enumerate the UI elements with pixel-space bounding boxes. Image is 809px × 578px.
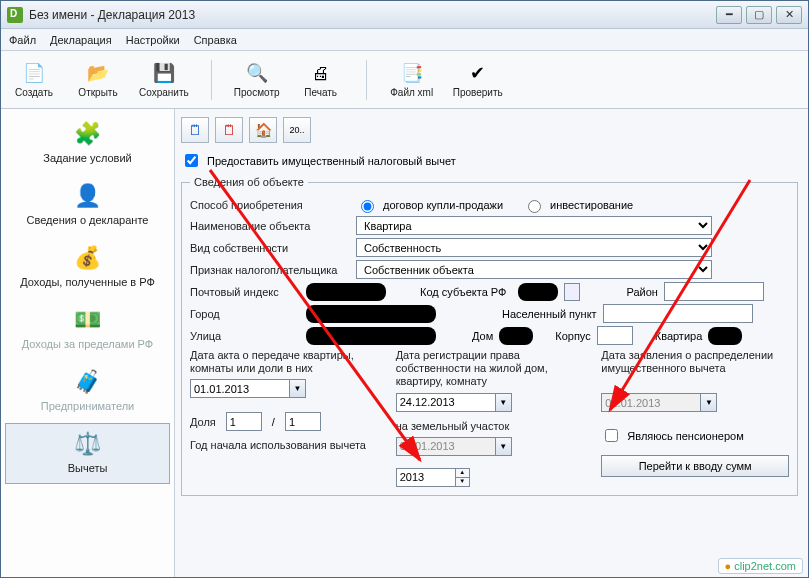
building-label: Корпус xyxy=(555,330,590,342)
radio-sale[interactable]: договор купли-продажи xyxy=(356,197,503,213)
section-title: Сведения об объекте xyxy=(190,176,308,188)
sub-toolbar: 🗒 🗒 🏠 20.. xyxy=(181,115,798,149)
menu-declaration[interactable]: Декларация xyxy=(50,34,112,46)
year-down[interactable]: ▼ xyxy=(456,478,469,486)
menubar: Файл Декларация Настройки Справка xyxy=(1,29,808,51)
date-appl-label: Дата заявления о распределении имуществе… xyxy=(601,349,789,375)
date-appl-picker: ▼ xyxy=(701,393,717,412)
radio-invest-label: инвестирование xyxy=(550,199,633,211)
date-land-input xyxy=(396,437,496,456)
year-label: Год начала использования вычета xyxy=(190,439,378,452)
subtool-home[interactable]: 🏠 xyxy=(249,117,277,143)
window-title: Без имени - Декларация 2013 xyxy=(29,8,195,22)
city-label: Город xyxy=(190,308,300,320)
briefcase-icon: 🧳 xyxy=(72,368,104,396)
locality-label: Населенный пункт xyxy=(502,308,597,320)
tool-create[interactable]: 📄 Создать xyxy=(11,61,57,98)
subject-label: Код субъекта РФ xyxy=(420,286,506,298)
subtool-2[interactable]: 🗒 xyxy=(215,117,243,143)
radio-invest[interactable]: инвестирование xyxy=(523,197,633,213)
tool-check-label: Проверить xyxy=(453,87,503,98)
share-label: Доля xyxy=(190,416,216,428)
object-info-section: Сведения об объекте Способ приобретения … xyxy=(181,176,798,496)
print-icon: 🖨 xyxy=(309,61,333,85)
ownership-select[interactable]: Собственность xyxy=(356,238,712,257)
tool-print-label: Печать xyxy=(304,87,337,98)
subtool-year[interactable]: 20.. xyxy=(283,117,311,143)
share-den-input[interactable] xyxy=(285,412,321,431)
taxpayer-select[interactable]: Собственник объекта xyxy=(356,260,712,279)
radio-sale-label: договор купли-продажи xyxy=(383,199,503,211)
coins-icon: 💰 xyxy=(72,244,104,272)
main-panel: 🗒 🗒 🏠 20.. Предоставить имущественный на… xyxy=(175,109,808,577)
date-reg-input[interactable] xyxy=(396,393,496,412)
district-input[interactable] xyxy=(664,282,764,301)
watermark: ● clip2net.com xyxy=(718,558,803,574)
radio-invest-input[interactable] xyxy=(528,200,541,213)
tool-save[interactable]: 💾 Сохранить xyxy=(139,61,189,98)
acquire-method-label: Способ приобретения xyxy=(190,199,350,211)
date-reg-label: Дата регистрации права собственности на … xyxy=(396,349,584,389)
toolbar-separator xyxy=(366,60,367,100)
city-redacted xyxy=(306,305,436,323)
close-button[interactable]: ✕ xyxy=(776,6,802,24)
sidebar-label-declarant: Сведения о декларанте xyxy=(27,214,149,226)
postal-redacted xyxy=(306,283,386,301)
share-num-input[interactable] xyxy=(226,412,262,431)
minimize-button[interactable]: ━ xyxy=(716,6,742,24)
year-up[interactable]: ▲ xyxy=(456,469,469,478)
sidebar-item-conditions[interactable]: 🧩 Задание условий xyxy=(5,113,170,173)
year-input[interactable] xyxy=(396,468,456,487)
tool-preview[interactable]: 🔍 Просмотр xyxy=(234,61,280,98)
tool-filexml[interactable]: 📑 Файл xml xyxy=(389,61,435,98)
titlebar: Без имени - Декларация 2013 ━ ▢ ✕ xyxy=(1,1,808,29)
subtool-1[interactable]: 🗒 xyxy=(181,117,209,143)
menu-help[interactable]: Справка xyxy=(194,34,237,46)
pensioner-check[interactable]: Являюсь пенсионером xyxy=(601,426,789,445)
tool-open[interactable]: 📂 Открыть xyxy=(75,61,121,98)
conditions-icon: 🧩 xyxy=(72,120,104,148)
house-redacted xyxy=(499,327,533,345)
subject-lookup-button[interactable] xyxy=(564,283,580,301)
moneybag-icon: 💵 xyxy=(72,306,104,334)
person-icon: 👤 xyxy=(72,182,104,210)
tool-check[interactable]: ✔ Проверить xyxy=(453,61,503,98)
toolbar-separator xyxy=(211,60,212,100)
new-file-icon: 📄 xyxy=(22,61,46,85)
filexml-icon: 📑 xyxy=(400,61,424,85)
menu-settings[interactable]: Настройки xyxy=(126,34,180,46)
maximize-button[interactable]: ▢ xyxy=(746,6,772,24)
pensioner-checkbox[interactable] xyxy=(605,429,618,442)
open-folder-icon: 📂 xyxy=(86,61,110,85)
locality-input[interactable] xyxy=(603,304,753,323)
deductions-icon: ⚖️ xyxy=(72,430,104,458)
save-icon: 💾 xyxy=(152,61,176,85)
object-name-select[interactable]: Квартира xyxy=(356,216,712,235)
grant-deduction-checkbox[interactable] xyxy=(185,154,198,167)
date-appl-input xyxy=(601,393,701,412)
object-name-label: Наименование объекта xyxy=(190,220,350,232)
sidebar-label-entrepreneurs: Предприниматели xyxy=(41,400,134,412)
date-land-picker: ▼ xyxy=(496,437,512,456)
goto-sums-button[interactable]: Перейти к вводу сумм xyxy=(601,455,789,477)
tool-print[interactable]: 🖨 Печать xyxy=(298,61,344,98)
menu-file[interactable]: Файл xyxy=(9,34,36,46)
date-act-picker[interactable]: ▼ xyxy=(290,379,306,398)
subject-redacted xyxy=(518,283,558,301)
building-input[interactable] xyxy=(597,326,633,345)
sidebar-item-declarant[interactable]: 👤 Сведения о декларанте xyxy=(5,175,170,235)
pensioner-label: Являюсь пенсионером xyxy=(627,430,743,442)
grant-deduction-label: Предоставить имущественный налоговый выч… xyxy=(207,155,456,167)
date-reg-picker[interactable]: ▼ xyxy=(496,393,512,412)
ownership-label: Вид собственности xyxy=(190,242,350,254)
date-act-input[interactable] xyxy=(190,379,290,398)
sidebar-label-deductions: Вычеты xyxy=(68,462,108,474)
postal-label: Почтовый индекс xyxy=(190,286,300,298)
flat-redacted xyxy=(708,327,742,345)
app-icon xyxy=(7,7,23,23)
tool-open-label: Открыть xyxy=(78,87,117,98)
sidebar-item-deductions[interactable]: ⚖️ Вычеты xyxy=(5,423,170,483)
sidebar-item-income-abroad: 💵 Доходы за пределами РФ xyxy=(5,299,170,359)
radio-sale-input[interactable] xyxy=(361,200,374,213)
sidebar-item-income-rf[interactable]: 💰 Доходы, полученные в РФ xyxy=(5,237,170,297)
